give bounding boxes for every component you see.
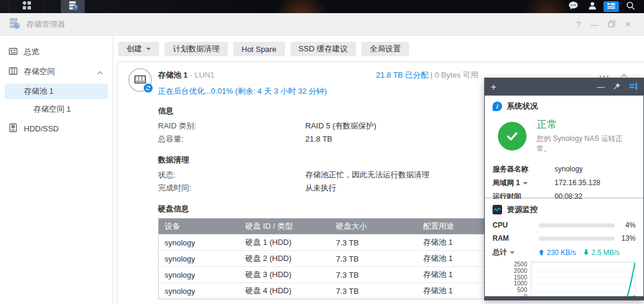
widget-title: 资源监控	[507, 204, 538, 215]
user-button[interactable]	[584, 1, 600, 12]
sidebar: 总览 存储空间 存储池 1 存储空间 1	[0, 36, 113, 304]
lan-row: 局域网 1 172.16.35.128	[485, 176, 643, 190]
health-status-text: 正常	[537, 118, 636, 131]
disk-icon	[8, 123, 18, 134]
storage-manager-task-button[interactable]	[61, 0, 85, 13]
upload-speed: 230 KB/s	[538, 248, 576, 257]
chart-y-axis: 2500 2000 1500 1000 500 0	[485, 262, 531, 296]
download-arrow-icon	[583, 249, 589, 256]
available-value: 0 Bytes 可用	[435, 70, 478, 79]
ram-progress-bar	[538, 237, 615, 241]
pool-lun-label: - LUN1	[190, 70, 214, 79]
cell-device: synology	[159, 251, 240, 267]
cell-disk-id: 硬盘 3 (HDD)	[240, 267, 330, 283]
minimize-button[interactable]: —	[590, 20, 599, 29]
storage-pool-icon	[128, 68, 152, 92]
sidebar-item-label: 存储池 1	[24, 86, 54, 97]
cell-disk-id: 硬盘 2 (HDD)	[240, 251, 330, 267]
cpu-label: CPU	[493, 221, 538, 229]
ram-percent: 13%	[621, 234, 636, 242]
search-button[interactable]	[623, 1, 638, 12]
field-label: 总容量:	[158, 133, 305, 146]
lan-dropdown[interactable]: 局域网 1	[493, 179, 555, 188]
y-tick: 1000	[485, 281, 527, 287]
ram-row: RAM 13%	[485, 232, 643, 245]
overview-icon	[8, 47, 18, 58]
field-value: 从未执行	[305, 182, 336, 195]
cpu-progress-bar	[538, 223, 615, 228]
download-series-line	[531, 262, 635, 296]
sidebar-item-label: 总览	[24, 47, 39, 57]
column-header[interactable]: 硬盘大小	[330, 219, 417, 235]
cpu-percent: 4%	[626, 221, 636, 229]
network-chart: 2500 2000 1500 1000 500 0	[485, 262, 636, 296]
allocated-value: 21.8 TB 已分配	[376, 70, 428, 79]
search-icon	[626, 1, 635, 13]
download-speed: 2.5 MB/s	[583, 248, 620, 257]
y-tick: 2500	[485, 262, 527, 268]
cell-size: 7.3 TB	[330, 235, 417, 251]
total-dropdown[interactable]: 总计	[493, 247, 538, 257]
sync-icon	[144, 84, 153, 93]
main-menu-icon	[22, 1, 32, 13]
resource-monitor-widget: 资源监控 CPU 4% RAM 13% 总计	[485, 199, 643, 296]
cell-device: synology	[159, 283, 240, 299]
collapse-widgets-button[interactable]: —	[597, 82, 605, 91]
pin-icon[interactable]	[613, 82, 621, 93]
cell-size: 7.3 TB	[330, 267, 417, 283]
sidebar-item-label: 存储空间	[24, 66, 55, 77]
ssd-cache-advice-button[interactable]: SSD 缓存建议	[290, 42, 356, 56]
data-scrubbing-schedule-button[interactable]: 计划数据清理	[165, 42, 228, 56]
column-header[interactable]: 设备	[159, 219, 240, 235]
field-value: 21.8 TB	[305, 133, 332, 146]
close-button[interactable]: ×	[625, 19, 631, 29]
cell-size: 7.3 TB	[330, 283, 417, 299]
widget-panel: + — i 系统状况	[484, 78, 644, 300]
field-value: synology	[555, 165, 583, 174]
monitor-icon	[493, 205, 502, 214]
field-value: 存储池正忙，因此无法运行数据清理	[305, 168, 429, 182]
panel-toggle-icon[interactable]	[629, 82, 637, 93]
add-widget-button[interactable]: +	[491, 82, 496, 93]
widget-panel-footer	[485, 296, 643, 300]
taskbar	[0, 0, 644, 13]
hot-spare-button[interactable]: Hot Spare	[233, 42, 285, 56]
cell-device: synology	[159, 267, 240, 283]
chat-button[interactable]	[565, 1, 581, 12]
maximize-button[interactable]	[608, 20, 615, 29]
y-tick: 1500	[485, 275, 527, 281]
window-title: 存储管理器	[26, 19, 65, 30]
sidebar-item-storage[interactable]: 存储空间	[5, 64, 108, 79]
user-icon	[588, 1, 597, 13]
widgets-icon	[606, 1, 616, 12]
field-label: 局域网 1	[493, 179, 520, 188]
help-button[interactable]: ?	[576, 20, 581, 29]
total-label: 总计	[493, 247, 507, 257]
sidebar-item-pool-1[interactable]: 存储池 1	[5, 84, 108, 99]
upload-series-line	[531, 296, 635, 296]
create-button[interactable]: 创建	[118, 42, 159, 56]
widgets-button[interactable]	[603, 1, 619, 12]
network-total-row: 总计 230 KB/s 2.5 MB/s	[485, 245, 643, 260]
toolbar: 创建 计划数据清理 Hot Spare SSD 缓存建议 全局设置	[113, 36, 644, 62]
sidebar-item-label: 存储空间 1	[33, 104, 71, 115]
main-menu-button[interactable]	[10, 0, 44, 13]
chat-icon	[568, 1, 578, 13]
upload-arrow-icon	[538, 249, 544, 256]
health-message: 您的 Synology NAS 运转正常。	[537, 134, 636, 154]
sidebar-item-volume-1[interactable]: 存储空间 1	[5, 102, 108, 117]
field-label: RAID 类别:	[158, 119, 305, 133]
column-header[interactable]: 硬盘 ID / 类型	[240, 219, 330, 235]
widget-title: 系统状况	[507, 101, 538, 112]
pool-optimizing-status: 正在后台优化...0.01% (剩余: 4 天 3 小时 32 分钟)	[158, 86, 327, 97]
chevron-up-icon[interactable]	[97, 67, 103, 76]
global-settings-button[interactable]: 全局设置	[361, 42, 409, 56]
ram-label: RAM	[493, 234, 538, 242]
y-tick: 2000	[485, 268, 527, 274]
sidebar-item-hdd-ssd[interactable]: HDD/SSD	[5, 121, 108, 136]
sidebar-item-label: HDD/SSD	[24, 124, 59, 133]
chevron-down-icon	[510, 251, 515, 254]
field-value: 172.16.35.128	[555, 179, 600, 188]
system-health-widget: i 系统状况 正常 您的 Synology NAS 运转正常。 服务器名称 sy…	[485, 96, 643, 197]
sidebar-item-overview[interactable]: 总览	[5, 44, 108, 60]
